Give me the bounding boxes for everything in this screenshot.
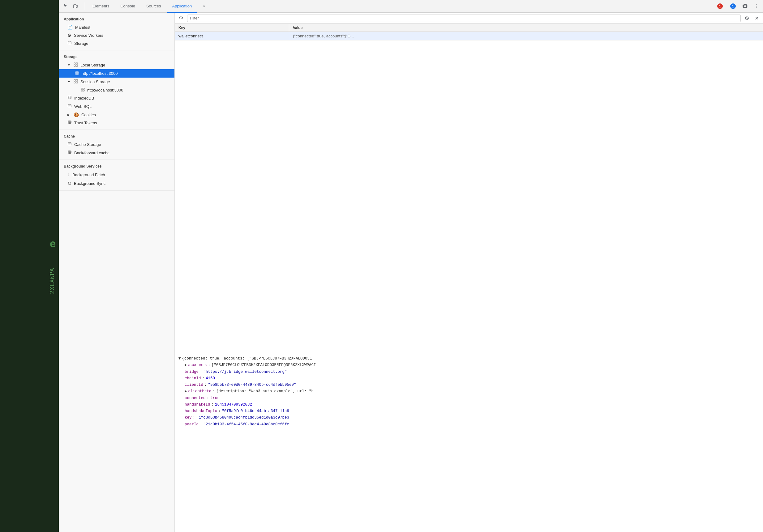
message-badge-button[interactable]: 1 [728, 2, 738, 10]
settings-icon[interactable] [741, 2, 749, 11]
more-options-icon[interactable] [752, 2, 761, 11]
json-clientmeta-arrow[interactable]: ▶ [185, 388, 187, 395]
sidebar-item-localhost-ss[interactable]: http://localhost:3000 [59, 86, 174, 94]
storage-section-header: Storage [59, 53, 174, 61]
sidebar-item-background-fetch[interactable]: ↕ Background Fetch [59, 170, 174, 179]
tab-sources[interactable]: Sources [141, 0, 166, 13]
localhost-ss-label: http://localhost:3000 [87, 88, 123, 92]
svg-point-22 [68, 96, 71, 97]
sidebar-item-localhost-ls[interactable]: http://localhost:3000 [59, 69, 174, 78]
toolbar-icons [61, 2, 80, 11]
tab-elements[interactable]: Elements [87, 0, 114, 13]
json-accounts-line: ▶ accounts : ["GBJP7E6CLCU7FB3H2XFALODO3… [178, 362, 759, 369]
sidebar-item-session-storage[interactable]: ▼ Session Storage [59, 78, 174, 86]
svg-rect-11 [77, 71, 79, 73]
filter-input[interactable] [187, 15, 741, 22]
sidebar-item-background-sync[interactable]: ↻ Background Sync [59, 179, 174, 188]
indexeddb-icon [67, 96, 72, 101]
sidebar-item-back-forward-cache[interactable]: Back/forward cache [59, 149, 174, 157]
json-accounts-key: accounts [188, 362, 207, 369]
json-accounts-value: ["GBJP7E6CLCU7FB3H2XFALODO3ERFFQNP6K2XLX… [212, 362, 316, 369]
tab-console[interactable]: Console [115, 0, 140, 13]
background-fetch-label: Background Fetch [72, 172, 105, 177]
local-storage-arrow: ▼ [67, 63, 71, 67]
tab-application[interactable]: Application [167, 0, 197, 13]
svg-rect-20 [81, 90, 82, 91]
cache-section: Cache Cache Storage [59, 130, 174, 160]
main-content: Application 📄 Manifest ⚙ Service Workers [59, 13, 763, 532]
json-peerid-value: "21c0b193-4f54-45f0-9ec4-49e8bc0cf6fc [203, 421, 289, 428]
refresh-button[interactable] [177, 15, 185, 22]
toolbar-right: 1 1 [715, 2, 761, 11]
json-chainid-line: chainId : 4160 [178, 375, 759, 382]
json-handshaketopic-key: handshakeTopic [185, 408, 217, 414]
svg-rect-8 [74, 65, 75, 66]
sidebar-item-manifest[interactable]: 📄 Manifest [59, 23, 174, 31]
cursor-icon[interactable] [61, 2, 70, 11]
storage-section: Storage ▼ Local Storage [59, 50, 174, 130]
table-row[interactable]: walletconnect {"connected":true,"account… [175, 32, 763, 41]
cookies-label: Cookies [81, 113, 96, 117]
json-peerid-line: peerId : "21c0b193-4f54-45f0-9ec4-49e8bc… [178, 421, 759, 428]
table-area: Key Value walletconnect {"connected":tru… [175, 24, 763, 353]
svg-rect-6 [74, 63, 75, 64]
sidebar-item-storage[interactable]: Storage [59, 39, 174, 47]
indexeddb-label: IndexedDB [74, 96, 94, 101]
sidebar-item-cookies[interactable]: ▶ 🍪 Cookies [59, 111, 174, 119]
background-fetch-icon: ↕ [67, 172, 70, 177]
th-value: Value [289, 24, 763, 32]
filter-clear-icon[interactable] [743, 15, 751, 22]
svg-line-28 [746, 18, 747, 19]
svg-point-25 [68, 142, 71, 143]
json-peerid-key: peerId [185, 421, 198, 428]
filter-x-icon[interactable] [753, 15, 761, 22]
json-connected-value: true [210, 395, 220, 401]
tab-more[interactable]: » [198, 0, 210, 13]
back-forward-cache-label: Back/forward cache [74, 150, 109, 155]
svg-point-3 [756, 6, 756, 7]
svg-rect-1 [76, 5, 77, 7]
message-count: 1 [730, 3, 736, 9]
filter-bar [175, 13, 763, 24]
background-sync-label: Background Sync [74, 181, 105, 186]
device-toolbar-icon[interactable] [71, 2, 80, 11]
json-summary: {connected: true, accounts: ["GBJP7E6CLC… [182, 355, 312, 362]
json-connected-line: connected : true [178, 395, 759, 401]
left-text: 2XLXWPA [48, 268, 56, 294]
table-header: Key Value [175, 24, 763, 32]
manifest-icon: 📄 [67, 25, 73, 30]
json-summary-line: ▼ {connected: true, accounts: ["GBJP7E6C… [178, 355, 759, 362]
sidebar-item-indexeddb[interactable]: IndexedDB [59, 94, 174, 102]
sidebar-item-websql[interactable]: Web SQL [59, 102, 174, 111]
svg-rect-17 [76, 82, 78, 83]
sidebar-item-cache-storage[interactable]: Cache Storage [59, 140, 174, 149]
json-handshakeid-key: handshakeId [185, 401, 210, 408]
storage-item-label: Storage [74, 41, 88, 46]
cache-storage-icon [67, 142, 72, 147]
json-handshakeid-value: 1645104709392032 [215, 401, 252, 408]
sidebar-item-local-storage[interactable]: ▼ Local Storage [59, 61, 174, 69]
service-workers-icon: ⚙ [67, 33, 71, 38]
right-panel: Key Value walletconnect {"connected":tru… [175, 13, 763, 532]
svg-rect-7 [76, 63, 78, 64]
json-clientmeta-key: clientMeta [188, 388, 212, 395]
json-clientid-value: "9b8b5b73-e0d0-4489-840b-c64dfeb595e9" [208, 382, 296, 388]
json-clientid-line: clientId : "9b8b5b73-e0d0-4489-840b-c64d… [178, 382, 759, 388]
local-storage-icon [74, 62, 78, 68]
sidebar-item-trust-tokens[interactable]: Trust Tokens [59, 119, 174, 127]
trust-tokens-icon [67, 120, 72, 126]
json-collapse-arrow[interactable]: ▼ [178, 355, 181, 362]
cookies-arrow: ▶ [67, 113, 71, 117]
websql-label: Web SQL [74, 104, 91, 109]
svg-point-24 [68, 121, 71, 122]
json-bridge-line: bridge : "https://j.bridge.walletconnect… [178, 369, 759, 375]
json-accounts-arrow[interactable]: ▶ [185, 362, 187, 369]
sidebar-item-service-workers[interactable]: ⚙ Service Workers [59, 31, 174, 39]
json-clientmeta-line: ▶ clientMeta : {description: "Web3 auth … [178, 388, 759, 395]
session-storage-arrow: ▼ [67, 80, 71, 83]
error-badge-button[interactable]: 1 [715, 2, 725, 10]
svg-rect-21 [83, 90, 84, 91]
websql-icon [67, 104, 72, 109]
json-chainid-value: 4160 [206, 375, 215, 382]
toolbar-divider [85, 2, 85, 10]
